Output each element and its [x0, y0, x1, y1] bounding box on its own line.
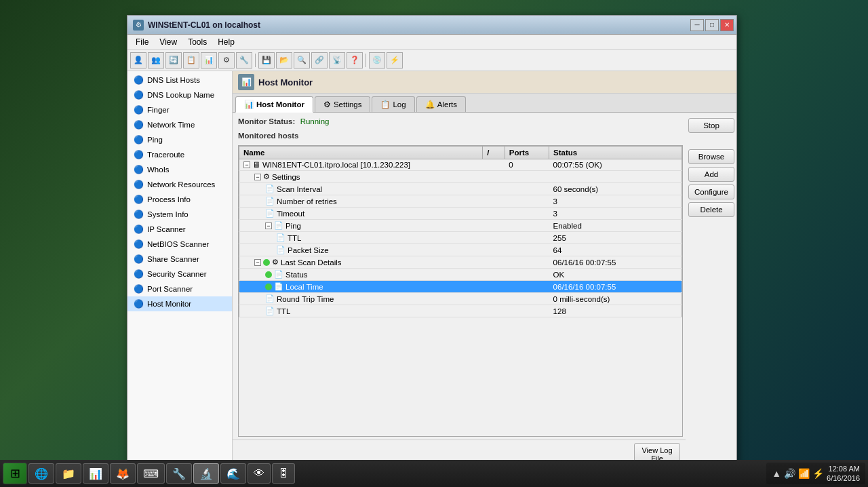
tray-icon-4[interactable]: ⚡ [812, 468, 824, 479]
sidebar-item-security-scanner[interactable]: 🔵 Security Scanner [127, 267, 232, 281]
title-bar: ⚙ WINStENT-CL01 on localhost ─ □ ✕ [127, 16, 736, 35]
col-name: Name [239, 147, 483, 159]
row-status [549, 171, 682, 183]
tab-host-monitor[interactable]: 📊 Host Monitor [235, 96, 313, 113]
sidebar-item-ping[interactable]: 🔵 Ping [127, 132, 232, 147]
table-row-selected[interactable]: 📄 Local Time 06/16/16 00:07:55 [239, 281, 682, 293]
sidebar-item-netbios[interactable]: 🔵 NetBIOS Scanner [127, 237, 232, 252]
table-row[interactable]: − 🖥 WIN81ENT-CL01.itpro.local [10.1.230.… [239, 159, 682, 171]
taskbar-tools[interactable]: 🔧 [166, 463, 192, 484]
taskbar-winstein[interactable]: 🔬 [193, 463, 219, 484]
delete-button[interactable]: Delete [688, 202, 734, 217]
toolbar-btn-12[interactable]: 📡 [329, 52, 345, 69]
sidebar-item-traceroute[interactable]: 🔵 Traceroute [127, 147, 232, 162]
tray-icon-1[interactable]: ▲ [772, 468, 781, 479]
sidebar-item-dns-list[interactable]: 🔵 DNS List Hosts [127, 73, 232, 87]
browse-button[interactable]: Browse [688, 149, 734, 164]
table-row[interactable]: 📄 Timeout 3 [239, 208, 682, 220]
toolbar-btn-13[interactable]: ❓ [347, 52, 363, 69]
table-row[interactable]: 📄 Packet Size 64 [239, 244, 682, 256]
table-row[interactable]: 📄 Round Trip Time 0 milli-second(s) [239, 293, 682, 305]
toolbar-btn-3[interactable]: 🔄 [165, 52, 182, 69]
sidebar-label-security-scanner: Security Scanner [147, 270, 207, 278]
taskbar-explorer[interactable]: 📁 [56, 463, 81, 484]
taskbar-settings[interactable]: 🎛 [272, 463, 295, 484]
tab-log[interactable]: 📋 Log [372, 96, 414, 112]
table-row[interactable]: 📄 Number of retries 3 [239, 195, 682, 208]
toolbar-btn-10[interactable]: 🔍 [294, 52, 310, 69]
toolbar-btn-8[interactable]: 💾 [258, 52, 275, 69]
tray-icon-2[interactable]: 🔊 [784, 468, 795, 479]
table-row[interactable]: 📄 TTL 128 [239, 305, 682, 317]
close-button[interactable]: ✕ [720, 19, 734, 31]
sidebar-item-network-time[interactable]: 🔵 Network Time [127, 117, 232, 132]
toolbar-btn-14[interactable]: 💿 [369, 52, 385, 69]
row-ports [505, 244, 549, 256]
stop-button[interactable]: Stop [688, 118, 734, 133]
row-status: 06/16/16 00:07:55 [549, 281, 682, 293]
menu-view[interactable]: View [154, 36, 182, 48]
row-slash [483, 159, 505, 171]
toolbar-btn-1[interactable]: 👤 [130, 52, 146, 69]
spacer [688, 136, 734, 147]
table-row[interactable]: − ⚙ Settings [239, 171, 682, 183]
expand-btn[interactable]: − [254, 259, 261, 266]
clock-area[interactable]: 12:08 AM 6/16/2016 [827, 464, 860, 484]
toolbar-btn-5[interactable]: 📊 [201, 52, 217, 69]
host-table: Name / Ports Status [239, 146, 682, 317]
toolbar-btn-11[interactable]: 🔗 [311, 52, 328, 69]
table-row[interactable]: 📄 Scan Interval 60 second(s) [239, 183, 682, 195]
sidebar-item-ip-scanner[interactable]: 🔵 IP Scanner [127, 222, 232, 237]
tab-settings[interactable]: ⚙ Settings [315, 96, 371, 112]
tool-header: 📊 Host Monitor [233, 71, 736, 94]
sidebar-item-dns-lookup[interactable]: 🔵 DNS Lookup Name [127, 87, 232, 102]
toolbar-btn-4[interactable]: 📋 [183, 52, 199, 69]
row-name-cell: 📄 Scan Interval [239, 183, 483, 195]
row-status: 60 second(s) [549, 183, 682, 195]
sidebar-item-share-scanner[interactable]: 🔵 Share Scanner [127, 252, 232, 267]
menu-tools[interactable]: Tools [182, 36, 212, 48]
taskbar-firefox[interactable]: 🦊 [110, 463, 136, 484]
taskbar-cmd[interactable]: ⌨ [137, 463, 165, 484]
expand-btn[interactable]: − [254, 174, 261, 180]
menu-file[interactable]: File [130, 36, 154, 48]
row-slash [483, 195, 505, 208]
table-row[interactable]: − 📄 Ping Enabled [239, 220, 682, 232]
sidebar-item-host-monitor[interactable]: 🔵 Host Monitor [127, 296, 232, 311]
toolbar-btn-9[interactable]: 📂 [276, 52, 292, 69]
toolbar-btn-2[interactable]: 👥 [148, 52, 164, 69]
row-slash [483, 281, 505, 293]
add-button[interactable]: Add [688, 167, 734, 182]
tab-alerts[interactable]: 🔔 Alerts [416, 96, 466, 112]
table-row[interactable]: − ⚙ Last Scan Details 06/16/16 00:07: [239, 256, 682, 269]
sidebar-item-port-scanner[interactable]: 🔵 Port Scanner [127, 281, 232, 296]
row-icon: 📄 [265, 294, 275, 303]
sidebar-item-process-info[interactable]: 🔵 Process Info [127, 192, 232, 207]
expand-btn[interactable]: − [243, 161, 250, 168]
tabs-bar: 📊 Host Monitor ⚙ Settings 📋 Log 🔔 Alerts [233, 94, 736, 113]
row-slash [483, 269, 505, 281]
minimize-button[interactable]: ─ [690, 19, 704, 31]
sidebar-item-whois[interactable]: 🔵 WhoIs [127, 162, 232, 177]
start-button[interactable]: ⊞ [3, 463, 27, 484]
taskbar-ie[interactable]: 🌐 [28, 463, 54, 484]
taskbar-network[interactable]: 🌊 [220, 463, 246, 484]
toolbar-btn-15[interactable]: ⚡ [387, 52, 403, 69]
expand-btn[interactable]: − [265, 222, 272, 229]
taskbar-excel[interactable]: 📊 [83, 463, 108, 484]
toolbar-btn-7[interactable]: 🔧 [236, 52, 252, 69]
sidebar-item-system-info[interactable]: 🔵 System Info [127, 207, 232, 222]
tree-cell: 📄 Number of retries [243, 197, 479, 206]
configure-button[interactable]: Configure [688, 184, 734, 199]
sidebar-item-finger[interactable]: 🔵 Finger [127, 102, 232, 117]
toolbar-btn-6[interactable]: ⚙ [218, 52, 235, 69]
maximize-button[interactable]: □ [705, 19, 719, 31]
share-scanner-icon: 🔵 [133, 254, 144, 265]
table-row[interactable]: 📄 TTL 255 [239, 232, 682, 244]
sidebar-item-network-resources[interactable]: 🔵 Network Resources [127, 177, 232, 192]
taskbar-vpn[interactable]: 👁 [248, 463, 271, 484]
row-name-cell: 📄 Local Time [239, 281, 483, 293]
menu-help[interactable]: Help [212, 36, 240, 48]
table-row[interactable]: 📄 Status OK [239, 269, 682, 281]
tray-icon-3[interactable]: 📶 [798, 468, 810, 479]
